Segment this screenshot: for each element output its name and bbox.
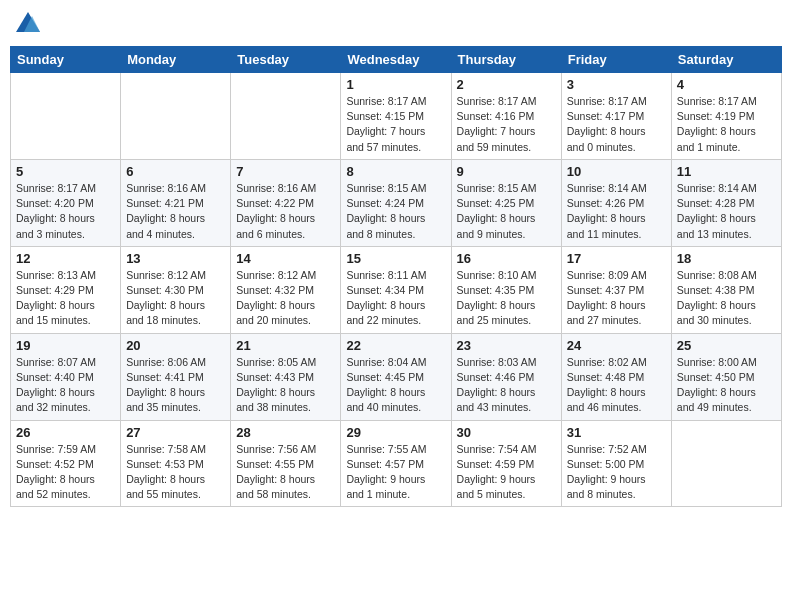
day-info: Sunrise: 8:15 AM Sunset: 4:24 PM Dayligh…	[346, 181, 445, 242]
day-info: Sunrise: 8:14 AM Sunset: 4:28 PM Dayligh…	[677, 181, 776, 242]
day-number: 17	[567, 251, 666, 266]
day-info: Sunrise: 8:11 AM Sunset: 4:34 PM Dayligh…	[346, 268, 445, 329]
day-number: 31	[567, 425, 666, 440]
day-cell	[11, 73, 121, 160]
day-cell: 16Sunrise: 8:10 AM Sunset: 4:35 PM Dayli…	[451, 246, 561, 333]
day-info: Sunrise: 8:05 AM Sunset: 4:43 PM Dayligh…	[236, 355, 335, 416]
day-cell: 21Sunrise: 8:05 AM Sunset: 4:43 PM Dayli…	[231, 333, 341, 420]
day-info: Sunrise: 8:04 AM Sunset: 4:45 PM Dayligh…	[346, 355, 445, 416]
day-number: 4	[677, 77, 776, 92]
calendar-table: SundayMondayTuesdayWednesdayThursdayFrid…	[10, 46, 782, 507]
day-cell: 22Sunrise: 8:04 AM Sunset: 4:45 PM Dayli…	[341, 333, 451, 420]
day-info: Sunrise: 8:06 AM Sunset: 4:41 PM Dayligh…	[126, 355, 225, 416]
day-number: 18	[677, 251, 776, 266]
day-number: 8	[346, 164, 445, 179]
day-number: 10	[567, 164, 666, 179]
day-info: Sunrise: 8:17 AM Sunset: 4:17 PM Dayligh…	[567, 94, 666, 155]
day-number: 12	[16, 251, 115, 266]
day-cell: 19Sunrise: 8:07 AM Sunset: 4:40 PM Dayli…	[11, 333, 121, 420]
day-cell: 9Sunrise: 8:15 AM Sunset: 4:25 PM Daylig…	[451, 159, 561, 246]
day-info: Sunrise: 8:00 AM Sunset: 4:50 PM Dayligh…	[677, 355, 776, 416]
day-cell: 20Sunrise: 8:06 AM Sunset: 4:41 PM Dayli…	[121, 333, 231, 420]
day-number: 20	[126, 338, 225, 353]
day-info: Sunrise: 8:14 AM Sunset: 4:26 PM Dayligh…	[567, 181, 666, 242]
week-row-4: 19Sunrise: 8:07 AM Sunset: 4:40 PM Dayli…	[11, 333, 782, 420]
day-number: 26	[16, 425, 115, 440]
day-number: 19	[16, 338, 115, 353]
day-cell: 23Sunrise: 8:03 AM Sunset: 4:46 PM Dayli…	[451, 333, 561, 420]
day-cell: 12Sunrise: 8:13 AM Sunset: 4:29 PM Dayli…	[11, 246, 121, 333]
day-info: Sunrise: 8:08 AM Sunset: 4:38 PM Dayligh…	[677, 268, 776, 329]
day-info: Sunrise: 7:55 AM Sunset: 4:57 PM Dayligh…	[346, 442, 445, 503]
day-cell: 13Sunrise: 8:12 AM Sunset: 4:30 PM Dayli…	[121, 246, 231, 333]
day-info: Sunrise: 7:59 AM Sunset: 4:52 PM Dayligh…	[16, 442, 115, 503]
day-number: 5	[16, 164, 115, 179]
day-number: 24	[567, 338, 666, 353]
weekday-header-saturday: Saturday	[671, 47, 781, 73]
day-cell: 4Sunrise: 8:17 AM Sunset: 4:19 PM Daylig…	[671, 73, 781, 160]
day-cell	[231, 73, 341, 160]
day-cell	[121, 73, 231, 160]
day-number: 9	[457, 164, 556, 179]
day-cell: 5Sunrise: 8:17 AM Sunset: 4:20 PM Daylig…	[11, 159, 121, 246]
day-number: 21	[236, 338, 335, 353]
logo	[14, 10, 46, 38]
day-info: Sunrise: 7:56 AM Sunset: 4:55 PM Dayligh…	[236, 442, 335, 503]
logo-icon	[14, 10, 42, 38]
day-number: 23	[457, 338, 556, 353]
day-cell: 18Sunrise: 8:08 AM Sunset: 4:38 PM Dayli…	[671, 246, 781, 333]
day-number: 25	[677, 338, 776, 353]
day-cell: 2Sunrise: 8:17 AM Sunset: 4:16 PM Daylig…	[451, 73, 561, 160]
day-cell: 10Sunrise: 8:14 AM Sunset: 4:26 PM Dayli…	[561, 159, 671, 246]
day-number: 30	[457, 425, 556, 440]
day-info: Sunrise: 8:13 AM Sunset: 4:29 PM Dayligh…	[16, 268, 115, 329]
week-row-2: 5Sunrise: 8:17 AM Sunset: 4:20 PM Daylig…	[11, 159, 782, 246]
day-info: Sunrise: 7:52 AM Sunset: 5:00 PM Dayligh…	[567, 442, 666, 503]
day-info: Sunrise: 8:17 AM Sunset: 4:19 PM Dayligh…	[677, 94, 776, 155]
weekday-header-row: SundayMondayTuesdayWednesdayThursdayFrid…	[11, 47, 782, 73]
day-number: 6	[126, 164, 225, 179]
weekday-header-thursday: Thursday	[451, 47, 561, 73]
day-cell: 28Sunrise: 7:56 AM Sunset: 4:55 PM Dayli…	[231, 420, 341, 507]
day-cell: 24Sunrise: 8:02 AM Sunset: 4:48 PM Dayli…	[561, 333, 671, 420]
day-cell: 30Sunrise: 7:54 AM Sunset: 4:59 PM Dayli…	[451, 420, 561, 507]
day-cell: 3Sunrise: 8:17 AM Sunset: 4:17 PM Daylig…	[561, 73, 671, 160]
day-info: Sunrise: 8:12 AM Sunset: 4:32 PM Dayligh…	[236, 268, 335, 329]
day-cell: 7Sunrise: 8:16 AM Sunset: 4:22 PM Daylig…	[231, 159, 341, 246]
day-number: 1	[346, 77, 445, 92]
day-cell: 15Sunrise: 8:11 AM Sunset: 4:34 PM Dayli…	[341, 246, 451, 333]
day-info: Sunrise: 7:54 AM Sunset: 4:59 PM Dayligh…	[457, 442, 556, 503]
day-number: 14	[236, 251, 335, 266]
day-number: 13	[126, 251, 225, 266]
day-cell: 11Sunrise: 8:14 AM Sunset: 4:28 PM Dayli…	[671, 159, 781, 246]
day-cell: 25Sunrise: 8:00 AM Sunset: 4:50 PM Dayli…	[671, 333, 781, 420]
page-header	[10, 10, 782, 38]
weekday-header-friday: Friday	[561, 47, 671, 73]
weekday-header-tuesday: Tuesday	[231, 47, 341, 73]
day-info: Sunrise: 8:17 AM Sunset: 4:15 PM Dayligh…	[346, 94, 445, 155]
day-info: Sunrise: 8:16 AM Sunset: 4:21 PM Dayligh…	[126, 181, 225, 242]
week-row-3: 12Sunrise: 8:13 AM Sunset: 4:29 PM Dayli…	[11, 246, 782, 333]
day-info: Sunrise: 8:10 AM Sunset: 4:35 PM Dayligh…	[457, 268, 556, 329]
day-number: 28	[236, 425, 335, 440]
day-cell: 27Sunrise: 7:58 AM Sunset: 4:53 PM Dayli…	[121, 420, 231, 507]
day-number: 29	[346, 425, 445, 440]
weekday-header-wednesday: Wednesday	[341, 47, 451, 73]
day-number: 22	[346, 338, 445, 353]
weekday-header-monday: Monday	[121, 47, 231, 73]
week-row-1: 1Sunrise: 8:17 AM Sunset: 4:15 PM Daylig…	[11, 73, 782, 160]
day-number: 2	[457, 77, 556, 92]
day-number: 15	[346, 251, 445, 266]
day-cell: 6Sunrise: 8:16 AM Sunset: 4:21 PM Daylig…	[121, 159, 231, 246]
day-info: Sunrise: 8:16 AM Sunset: 4:22 PM Dayligh…	[236, 181, 335, 242]
day-cell: 31Sunrise: 7:52 AM Sunset: 5:00 PM Dayli…	[561, 420, 671, 507]
day-info: Sunrise: 8:02 AM Sunset: 4:48 PM Dayligh…	[567, 355, 666, 416]
day-info: Sunrise: 7:58 AM Sunset: 4:53 PM Dayligh…	[126, 442, 225, 503]
day-number: 27	[126, 425, 225, 440]
day-info: Sunrise: 8:07 AM Sunset: 4:40 PM Dayligh…	[16, 355, 115, 416]
day-info: Sunrise: 8:03 AM Sunset: 4:46 PM Dayligh…	[457, 355, 556, 416]
day-cell: 29Sunrise: 7:55 AM Sunset: 4:57 PM Dayli…	[341, 420, 451, 507]
day-info: Sunrise: 8:15 AM Sunset: 4:25 PM Dayligh…	[457, 181, 556, 242]
day-cell: 14Sunrise: 8:12 AM Sunset: 4:32 PM Dayli…	[231, 246, 341, 333]
day-info: Sunrise: 8:17 AM Sunset: 4:20 PM Dayligh…	[16, 181, 115, 242]
